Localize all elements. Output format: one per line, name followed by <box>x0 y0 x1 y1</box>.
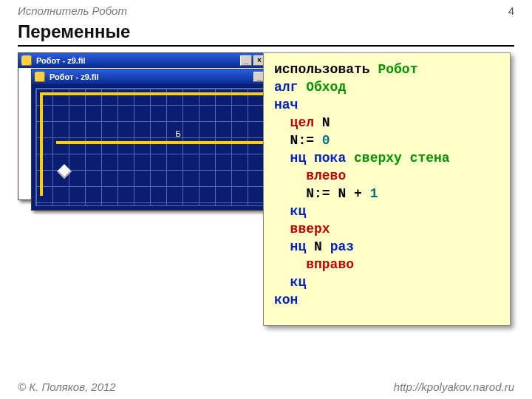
code-keyword: раз <box>330 239 354 254</box>
code-keyword: алг <box>274 80 306 95</box>
code-cmd: вправо <box>274 257 354 272</box>
code-text: N:= N + <box>274 186 370 201</box>
code-keyword: кц <box>274 275 306 290</box>
copyright: © К. Поляков, 2012 <box>18 381 116 393</box>
window-title: Робот - z9.fil <box>50 72 99 81</box>
robot-icon <box>35 72 45 82</box>
titlebar-front: Робот - z9.fil _ × <box>32 69 282 84</box>
robot-icon <box>21 55 32 66</box>
titlebar-back: Робот - z9.fil _ × <box>18 53 268 68</box>
grid-cell-label: Б <box>173 129 183 138</box>
code-keyword: нц <box>290 239 307 254</box>
code-text: N <box>314 115 330 130</box>
code-cmd: вверх <box>274 222 330 236</box>
code-cond: сверху стена <box>354 151 450 166</box>
code-number: 1 <box>370 186 378 201</box>
wall-top <box>40 92 275 95</box>
code-text: N:= <box>274 133 322 148</box>
title-rule <box>18 45 514 47</box>
code-text <box>274 151 290 166</box>
footer-url: http://kpolyakov.narod.ru <box>394 381 514 393</box>
code-type: цел <box>290 115 314 130</box>
wall-inner <box>56 141 276 144</box>
code-keyword: нач <box>274 98 298 112</box>
code-panel: использовать Робот алг Обход нач цел N N… <box>263 52 511 326</box>
robot-grid: Б <box>32 84 282 210</box>
code-keyword: кон <box>274 293 298 307</box>
window-title: Робот - z9.fil <box>36 56 86 65</box>
content-area: Робот - z9.fil _ × Робот - z9.fil _ × Б <box>0 52 532 333</box>
page-number: 4 <box>508 4 514 17</box>
doc-topic: Исполнитель Робот <box>18 4 127 17</box>
page-title: Переменные <box>0 18 532 44</box>
code-text <box>274 239 290 254</box>
minimize-button[interactable]: _ <box>240 55 252 66</box>
wall-left <box>40 92 43 196</box>
code-text: Обход <box>306 80 346 95</box>
code-number: 0 <box>322 133 330 148</box>
code-keyword: нц пока <box>290 151 354 166</box>
code-text: Робот <box>378 62 417 77</box>
code-cmd: влево <box>274 168 346 183</box>
code-keyword: кц <box>274 204 306 219</box>
code-text: N <box>306 239 330 254</box>
footer: © К. Поляков, 2012 http://kpolyakov.naro… <box>0 381 532 393</box>
code-text: использовать <box>274 62 378 77</box>
robot-window-front: Робот - z9.fil _ × Б <box>31 69 282 211</box>
robot-windows: Робот - z9.fil _ × Робот - z9.fil _ × Б <box>18 52 275 214</box>
grid-lines <box>35 88 278 206</box>
code-text <box>274 115 290 130</box>
